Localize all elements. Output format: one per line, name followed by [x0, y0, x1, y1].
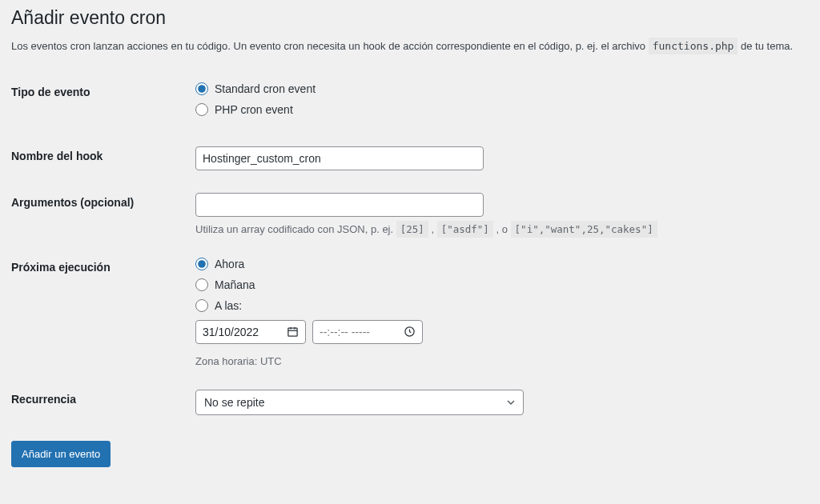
svg-rect-0 — [288, 329, 297, 337]
next-run-time-input[interactable]: --:--:-- ----- — [312, 320, 423, 344]
hook-name-input[interactable] — [195, 146, 484, 170]
calendar-icon — [287, 326, 299, 338]
arguments-label: Argumentos (opcional) — [11, 193, 195, 209]
arguments-input[interactable] — [195, 193, 484, 217]
page-title: Añadir evento cron — [11, 6, 809, 30]
intro-pre: Los eventos cron lanzan acciones en tu c… — [11, 40, 649, 52]
hook-name-label: Nombre del hook — [11, 146, 195, 162]
next-run-date-value: 31/10/2022 — [203, 326, 259, 338]
intro-post: de tu tema. — [738, 40, 793, 52]
args-help-sep-2: , o — [493, 223, 511, 235]
next-run-now-label[interactable]: Ahora — [215, 258, 244, 270]
next-run-label: Próxima ejecución — [11, 258, 195, 274]
args-help-sep-1: , — [428, 223, 437, 235]
add-event-button[interactable]: Añadir un evento — [11, 441, 111, 468]
event-type-php-label[interactable]: PHP cron event — [215, 103, 293, 116]
intro-code: functions.php — [649, 38, 738, 54]
next-run-now-radio[interactable] — [195, 258, 208, 270]
next-run-tomorrow-label[interactable]: Mañana — [215, 278, 255, 291]
event-type-standard-radio[interactable] — [195, 82, 208, 95]
args-help-pre: Utiliza un array codificado con JSON, p.… — [195, 223, 396, 235]
next-run-date-input[interactable]: 31/10/2022 — [195, 320, 306, 344]
recurrence-select[interactable]: No se repite — [195, 390, 524, 415]
next-run-at-radio[interactable] — [195, 299, 208, 312]
next-run-tomorrow-radio[interactable] — [195, 278, 208, 291]
next-run-at-label[interactable]: A las: — [215, 299, 242, 312]
next-run-time-placeholder: --:--:-- ----- — [320, 326, 370, 338]
arguments-help: Utiliza un array codificado con JSON, p.… — [195, 223, 809, 235]
args-help-code-1: [25] — [396, 221, 428, 238]
event-type-label: Tipo de evento — [11, 82, 195, 98]
clock-icon — [404, 326, 416, 338]
event-type-standard-label[interactable]: Standard cron event — [215, 82, 316, 95]
args-help-code-3: ["i","want",25,"cakes"] — [511, 221, 657, 238]
args-help-code-2: ["asdf"] — [437, 221, 493, 238]
recurrence-label: Recurrencia — [11, 390, 195, 406]
event-type-php-radio[interactable] — [195, 103, 208, 116]
intro-text: Los eventos cron lanzan acciones en tu c… — [11, 40, 809, 52]
timezone-note: Zona horaria: UTC — [195, 355, 809, 367]
